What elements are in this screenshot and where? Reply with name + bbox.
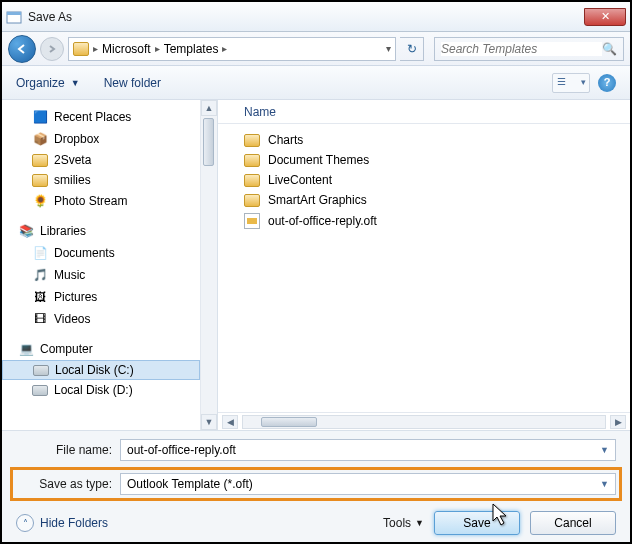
scroll-thumb[interactable] — [203, 118, 214, 166]
tree-documents[interactable]: 📄Documents — [2, 242, 200, 264]
filename-label: File name: — [16, 443, 112, 457]
file-oft[interactable]: out-of-office-reply.oft — [218, 210, 630, 232]
tree-photostream[interactable]: 🌻Photo Stream — [2, 190, 200, 212]
file-list[interactable]: Charts Document Themes LiveContent Smart… — [218, 124, 630, 412]
tree-disk-c[interactable]: Local Disk (C:) — [2, 360, 200, 380]
filename-row: File name: ▼ — [16, 439, 616, 461]
scroll-left-icon[interactable]: ◀ — [222, 415, 238, 429]
computer-icon: 💻 — [18, 341, 34, 357]
body-area: 🟦Recent Places 📦Dropbox 2Sveta smilies 🌻… — [2, 100, 630, 430]
tree-computer[interactable]: 💻Computer — [2, 338, 200, 360]
oft-file-icon — [244, 213, 260, 229]
search-input[interactable] — [441, 42, 602, 56]
savetype-row: Save as type: Outlook Template (*.oft) ▼ — [16, 473, 616, 495]
folder-charts[interactable]: Charts — [218, 130, 630, 150]
footer-actions: ˄ Hide Folders Tools ▼ Save Cancel — [16, 511, 616, 535]
pictures-icon: 🖼 — [32, 289, 48, 305]
save-type-highlight: Save as type: Outlook Template (*.oft) ▼ — [10, 467, 622, 501]
folder-icon — [244, 134, 260, 147]
chevron-up-icon: ˄ — [16, 514, 34, 532]
tree-2sveta[interactable]: 2Sveta — [2, 150, 200, 170]
close-button[interactable]: ✕ — [584, 8, 626, 26]
tree-scrollbar[interactable]: ▲ ▼ — [200, 100, 217, 430]
back-button[interactable] — [8, 35, 36, 63]
savetype-select[interactable]: Outlook Template (*.oft) ▼ — [120, 473, 616, 495]
folder-smartart[interactable]: SmartArt Graphics — [218, 190, 630, 210]
filename-input-wrap[interactable]: ▼ — [120, 439, 616, 461]
crumb-microsoft[interactable]: Microsoft — [102, 42, 151, 56]
scroll-right-icon[interactable]: ▶ — [610, 415, 626, 429]
tree-recent-places[interactable]: 🟦Recent Places — [2, 106, 200, 128]
nav-bar: ▸ Microsoft ▸ Templates ▸ ▾ ↻ 🔍 — [2, 32, 630, 66]
footer: File name: ▼ Save as type: Outlook Templ… — [2, 430, 630, 544]
folder-icon — [32, 174, 48, 187]
scroll-thumb[interactable] — [261, 417, 317, 427]
title-bar: Save As ✕ — [2, 2, 630, 32]
recent-icon: 🟦 — [32, 109, 48, 125]
hide-folders-button[interactable]: ˄ Hide Folders — [16, 514, 108, 532]
chevron-right-icon: ▸ — [155, 43, 160, 54]
column-header-name[interactable]: Name — [218, 100, 630, 124]
tree-disk-d[interactable]: Local Disk (D:) — [2, 380, 200, 400]
folder-icon — [244, 154, 260, 167]
chevron-right-icon: ▸ — [222, 43, 227, 54]
drive-icon — [32, 385, 48, 396]
libraries-icon: 📚 — [18, 223, 34, 239]
nav-tree[interactable]: 🟦Recent Places 📦Dropbox 2Sveta smilies 🌻… — [2, 100, 200, 430]
new-folder-button[interactable]: New folder — [104, 76, 161, 90]
horizontal-scrollbar[interactable]: ◀ ▶ — [218, 412, 630, 430]
app-icon — [6, 9, 22, 25]
folder-icon — [244, 194, 260, 207]
save-button[interactable]: Save — [434, 511, 520, 535]
chevron-down-icon[interactable]: ▾ — [386, 43, 391, 54]
breadcrumb-bar[interactable]: ▸ Microsoft ▸ Templates ▸ ▾ — [68, 37, 396, 61]
savetype-label: Save as type: — [16, 477, 112, 491]
folder-icon — [73, 42, 89, 56]
toolbar: Organize ▼ New folder ? — [2, 66, 630, 100]
file-pane: Name Charts Document Themes LiveContent … — [218, 100, 630, 430]
tree-dropbox[interactable]: 📦Dropbox — [2, 128, 200, 150]
scroll-up-icon[interactable]: ▲ — [201, 100, 217, 116]
folder-livecontent[interactable]: LiveContent — [218, 170, 630, 190]
help-button[interactable]: ? — [598, 74, 616, 92]
tools-menu[interactable]: Tools ▼ — [383, 516, 424, 530]
search-icon: 🔍 — [602, 42, 617, 56]
cancel-button[interactable]: Cancel — [530, 511, 616, 535]
dropbox-icon: 📦 — [32, 131, 48, 147]
documents-icon: 📄 — [32, 245, 48, 261]
photostream-icon: 🌻 — [32, 193, 48, 209]
scroll-down-icon[interactable]: ▼ — [201, 414, 217, 430]
forward-button[interactable] — [40, 37, 64, 61]
search-box[interactable]: 🔍 — [434, 37, 624, 61]
window-title: Save As — [28, 10, 584, 24]
tree-smilies[interactable]: smilies — [2, 170, 200, 190]
folder-document-themes[interactable]: Document Themes — [218, 150, 630, 170]
view-mode-button[interactable] — [552, 73, 590, 93]
tree-videos[interactable]: 🎞Videos — [2, 308, 200, 330]
refresh-button[interactable]: ↻ — [400, 37, 424, 61]
tree-music[interactable]: 🎵Music — [2, 264, 200, 286]
filename-input[interactable] — [127, 443, 596, 457]
tree-pictures[interactable]: 🖼Pictures — [2, 286, 200, 308]
folder-icon — [244, 174, 260, 187]
music-icon: 🎵 — [32, 267, 48, 283]
tree-libraries[interactable]: 📚Libraries — [2, 220, 200, 242]
chevron-down-icon[interactable]: ▼ — [600, 479, 609, 489]
organize-button[interactable]: Organize ▼ — [16, 76, 80, 90]
chevron-down-icon[interactable]: ▼ — [600, 445, 609, 455]
chevron-right-icon: ▸ — [93, 43, 98, 54]
drive-icon — [33, 365, 49, 376]
videos-icon: 🎞 — [32, 311, 48, 327]
crumb-templates[interactable]: Templates — [164, 42, 219, 56]
folder-icon — [32, 154, 48, 167]
svg-rect-1 — [7, 12, 21, 15]
